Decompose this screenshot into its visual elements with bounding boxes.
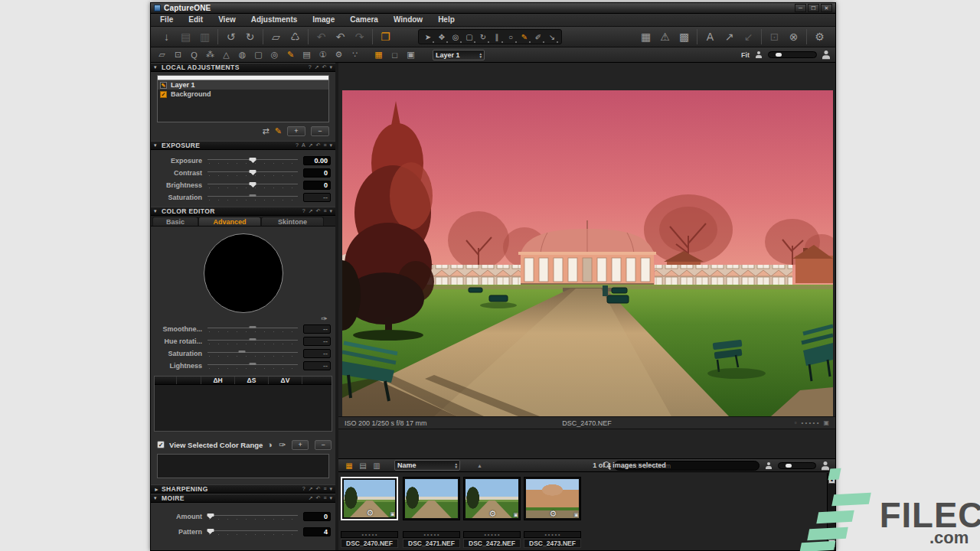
smoothness-value[interactable]: -- — [303, 324, 331, 334]
menu-icon[interactable]: ▾ — [329, 64, 332, 70]
moire-amount-value[interactable]: 0 — [303, 512, 331, 521]
draw-mask-tool-icon[interactable]: ✎ — [518, 33, 531, 41]
capture-icon[interactable]: ⊡ — [765, 28, 784, 47]
color-tab-icon[interactable]: ⁂ — [202, 50, 218, 60]
layer-selector[interactable]: Layer 1 ▴▾ — [433, 50, 485, 60]
erase-mask-tool-icon[interactable]: ✐ — [531, 33, 545, 41]
metadata-tab-icon[interactable]: ▤ — [299, 50, 315, 60]
sort-direction-icon[interactable]: ▲ — [477, 463, 482, 468]
close-button[interactable]: ✕ — [821, 4, 832, 12]
rotate-ccw-icon[interactable]: ↺ — [221, 28, 240, 47]
collapse-icon[interactable]: ▾ — [154, 64, 160, 70]
help-icon[interactable]: ? — [302, 486, 305, 492]
menu-icon[interactable]: ▾ — [329, 486, 332, 492]
loupe-tool-icon[interactable]: ◎ — [449, 33, 462, 41]
contrast-value[interactable]: 0 — [303, 168, 331, 178]
layer-row-layer1[interactable]: ✎ Layer 1 — [158, 80, 328, 90]
menu-icon[interactable]: ▾ — [329, 208, 332, 214]
saturation-slider[interactable] — [207, 193, 298, 202]
exposure-tab-icon[interactable]: △ — [218, 50, 234, 60]
moire-pattern-slider[interactable] — [207, 527, 298, 536]
thumb-nav-square-icon[interactable]: ▫ — [795, 419, 797, 426]
crop-tool-icon[interactable]: ▢ — [462, 33, 476, 41]
zoom-slider-knob[interactable] — [776, 53, 782, 57]
menu-help[interactable]: Help — [430, 14, 462, 26]
rotate-tool-icon[interactable]: ↻ — [476, 33, 490, 41]
eyedropper-icon[interactable]: ✑ — [279, 440, 286, 450]
slider-handle[interactable] — [250, 170, 256, 173]
moire-header[interactable]: ▾ MOIRE ↗ ↶ ≡ ▾ — [151, 494, 335, 503]
help-icon[interactable]: ? — [296, 142, 299, 148]
remove-layer-button[interactable]: − — [311, 126, 329, 136]
invert-mask-icon[interactable]: ⇄ — [263, 126, 270, 136]
thumb-size-slider[interactable] — [778, 462, 816, 469]
tab-advanced[interactable]: Advanced — [198, 217, 261, 226]
slider-handle[interactable] — [250, 182, 256, 185]
menu-icon[interactable]: ▾ — [329, 142, 332, 148]
layer-selector-spinner[interactable]: ▴▾ — [476, 52, 482, 58]
ce-saturation-value[interactable]: -- — [303, 349, 331, 358]
process-tab-icon[interactable]: ⚙ — [331, 50, 347, 60]
menu-adjustments[interactable]: Adjustments — [243, 14, 305, 26]
library-folder-icon[interactable]: ▱ — [154, 50, 170, 60]
ce-saturation-slider[interactable] — [207, 349, 298, 358]
presets-icon[interactable]: ≡ — [323, 208, 326, 214]
sort-selector[interactable]: Name ▴▾ — [394, 460, 460, 471]
local-adjustments-header[interactable]: ▾ LOCAL ADJUSTMENTS ? ↗ ↶ ▾ — [151, 63, 335, 72]
moire-amount-slider[interactable] — [207, 512, 298, 521]
color-ranges-table-body[interactable] — [155, 385, 332, 431]
exposure-value[interactable]: 0.00 — [303, 156, 331, 165]
layer-row-background[interactable]: ✓ Background — [158, 90, 328, 99]
export-variants-icon[interactable]: ▥ — [195, 28, 214, 47]
menu-file[interactable]: File — [152, 14, 181, 26]
reset-icon[interactable]: ↶ — [316, 495, 321, 501]
slider-handle[interactable] — [250, 338, 256, 341]
color-picker-icon[interactable]: ✑ — [322, 315, 328, 323]
menu-view[interactable]: View — [211, 14, 243, 26]
brightness-value[interactable]: 0 — [303, 181, 331, 190]
help-icon[interactable]: ? — [309, 64, 312, 70]
view-range-checkbox[interactable]: ✓ — [157, 441, 165, 448]
presets-icon[interactable]: ≡ — [323, 142, 326, 148]
help-icon[interactable]: ? — [302, 208, 305, 214]
rating-bar[interactable]: • • • • • — [341, 531, 398, 538]
reset-icon[interactable]: ↶ — [316, 486, 321, 492]
auto-icon[interactable]: A — [302, 142, 305, 148]
capture-tab-icon[interactable]: ⊡ — [170, 50, 186, 60]
local-adjustments-tab-icon[interactable]: ✎ — [283, 50, 299, 60]
smoothness-slider[interactable] — [207, 324, 298, 334]
lightness-slider[interactable] — [207, 361, 298, 370]
rotate-cw-icon[interactable]: ↻ — [240, 28, 260, 47]
pick-tool-icon[interactable]: ↘ — [545, 33, 559, 41]
zoom-out-icon[interactable]: ↙ — [739, 28, 758, 47]
reset-icon[interactable]: ↶ — [316, 208, 321, 214]
menu-window[interactable]: Window — [386, 14, 430, 26]
expand-right-icon[interactable]: ► — [154, 487, 160, 492]
quick-tab-icon[interactable]: Q — [186, 51, 202, 60]
proof-view-icon[interactable]: ▣ — [403, 50, 419, 60]
slider-handle[interactable] — [250, 363, 256, 365]
expand-icon[interactable]: ↗ — [315, 64, 319, 70]
lightness-value[interactable]: -- — [303, 361, 331, 370]
expand-icon[interactable]: ↗ — [309, 142, 313, 148]
presets-icon[interactable]: ≡ — [323, 495, 326, 501]
expand-icon[interactable]: ↗ — [309, 208, 313, 214]
rating-dots[interactable]: • • • • • — [802, 419, 819, 426]
menu-edit[interactable]: Edit — [181, 14, 211, 26]
menu-icon[interactable]: ▾ — [329, 495, 332, 501]
info-tab-icon[interactable]: ① — [315, 50, 331, 60]
hue-rotation-slider[interactable] — [207, 337, 298, 346]
single-view-icon[interactable]: □ — [387, 51, 403, 60]
slider-handle[interactable] — [238, 350, 245, 353]
thumb-size-knob[interactable] — [786, 464, 792, 468]
grid-overlay-icon[interactable]: ▩ — [675, 28, 694, 47]
straighten-tool-icon[interactable]: ∥ — [490, 33, 504, 41]
add-layer-button[interactable]: + — [287, 126, 305, 136]
slider-handle[interactable] — [250, 158, 256, 161]
redo-icon[interactable]: ↷ — [350, 28, 369, 47]
exposure-slider[interactable] — [207, 156, 298, 165]
hue-rotation-value[interactable]: -- — [303, 337, 331, 346]
thumbnail-dsc2472[interactable]: ⚙ ▣ — [463, 477, 521, 520]
brightness-slider[interactable] — [207, 181, 298, 190]
overlay-icon[interactable]: ▦ — [636, 28, 655, 47]
